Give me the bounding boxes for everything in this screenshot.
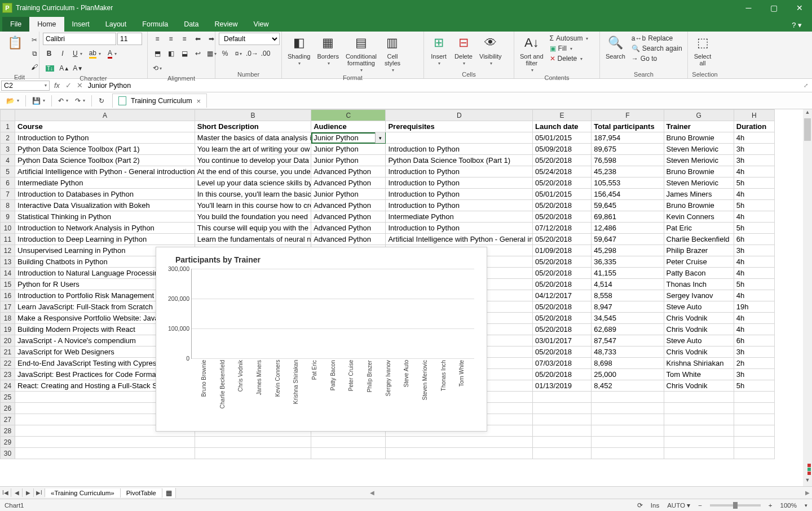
cell[interactable]: Steven Meriovic <box>664 155 734 166</box>
cell[interactable]: In this course, you'll learn the basics <box>195 189 311 200</box>
orientation-button[interactable]: ⟲ <box>151 62 164 74</box>
cell[interactable]: Kevin Conners <box>664 211 734 223</box>
number-format-select[interactable]: Default <box>219 33 280 45</box>
cell[interactable] <box>734 437 774 448</box>
cell[interactable]: Chris Vodnik <box>664 313 734 324</box>
autosum-button[interactable]: ΣAutosum <box>548 34 590 43</box>
cell[interactable]: You'll learn in this course how to cre <box>195 200 311 211</box>
row-header[interactable]: 5 <box>1 166 15 177</box>
zoom-level[interactable]: 100% <box>780 502 797 509</box>
menu-home[interactable]: Home <box>29 17 64 32</box>
row-header[interactable]: 26 <box>1 403 15 414</box>
cell[interactable] <box>664 403 734 414</box>
cell[interactable]: 62,689 <box>592 324 664 335</box>
valign-bottom-button[interactable]: ⬓ <box>178 47 191 60</box>
menu-formula[interactable]: Formula <box>134 17 176 32</box>
cell[interactable]: 03/01/2017 <box>533 335 592 346</box>
cell[interactable]: 05/20/2018 <box>533 200 592 211</box>
minimize-button[interactable]: ─ <box>736 0 761 16</box>
col-header-B[interactable]: B <box>195 110 311 121</box>
cell[interactable] <box>386 132 533 144</box>
replace-button[interactable]: a↔bReplace <box>630 34 684 43</box>
row-header[interactable]: 19 <box>1 324 15 335</box>
col-header-C[interactable]: C <box>311 110 386 121</box>
cell[interactable]: Bruno Brownie <box>664 166 734 177</box>
cell[interactable]: Python Data Science Toolbox (Part 1) <box>386 155 533 166</box>
row-header[interactable]: 18 <box>1 313 15 324</box>
row-header[interactable]: 15 <box>1 279 15 290</box>
align-center-button[interactable]: ≡ <box>165 33 177 45</box>
shading-button[interactable]: ◧Shading <box>285 33 312 67</box>
highlight-button[interactable]: ab <box>86 47 104 60</box>
cell[interactable]: Bruno Brownie <box>664 200 734 211</box>
cell[interactable]: Steven Meriovic <box>664 177 734 189</box>
cell[interactable]: Chris Vodnik <box>664 324 734 335</box>
underline-button[interactable]: U <box>70 47 85 60</box>
cell[interactable]: Interactive Data Visualization with Boke… <box>15 200 195 211</box>
menu-layout[interactable]: Layout <box>98 17 135 32</box>
scroll-down-button[interactable]: ▼ <box>803 477 812 486</box>
cell[interactable]: You build the foundation you need <box>195 211 311 223</box>
cell[interactable] <box>311 448 386 459</box>
cell[interactable] <box>195 448 311 459</box>
copy-button[interactable]: ⧉ <box>28 47 41 60</box>
row-header[interactable]: 10 <box>1 223 15 234</box>
cell[interactable] <box>664 448 734 459</box>
row-header[interactable]: 4 <box>1 155 15 166</box>
row-header[interactable]: 20 <box>1 335 15 346</box>
currency-button[interactable]: ¤ <box>232 47 245 60</box>
cell[interactable] <box>592 414 664 425</box>
row-header[interactable]: 27 <box>1 414 15 425</box>
cell[interactable]: 4h <box>734 256 774 268</box>
cell[interactable] <box>664 414 734 425</box>
borders-button[interactable]: ▦Borders <box>315 33 341 67</box>
cell[interactable]: Introduction to Python <box>386 189 533 200</box>
cell[interactable]: 5h <box>734 200 774 211</box>
cell[interactable]: 69,861 <box>592 211 664 223</box>
cell[interactable]: 3h <box>734 245 774 256</box>
col-header-A[interactable]: A <box>15 110 195 121</box>
cell[interactable]: Introduction to Python <box>386 166 533 177</box>
cell[interactable]: 01/13/2019 <box>533 380 592 392</box>
cell[interactable] <box>195 437 311 448</box>
cell[interactable]: 59,645 <box>592 200 664 211</box>
row-header[interactable]: 2 <box>1 132 15 144</box>
cell[interactable]: Artificial Intelligence with Python - Ge… <box>386 234 533 245</box>
delete-cells-button[interactable]: ⊟Delete <box>452 33 475 67</box>
search-button[interactable]: 🔍Search <box>603 33 628 61</box>
cell[interactable]: Audience <box>311 121 386 132</box>
cell[interactable] <box>15 448 195 459</box>
cell[interactable]: Philip Brazer <box>664 245 734 256</box>
cell[interactable]: Steve Auto <box>664 301 734 313</box>
cell[interactable]: 87,547 <box>592 335 664 346</box>
cell[interactable]: Launch date <box>533 121 592 132</box>
cell[interactable]: Thonas Inch <box>664 279 734 290</box>
col-header-G[interactable]: G <box>664 110 734 121</box>
font-color-button[interactable]: A <box>105 47 120 60</box>
cell[interactable]: 8,698 <box>592 358 664 369</box>
cell[interactable]: 05/09/2018 <box>533 144 592 155</box>
cell[interactable]: 41,155 <box>592 268 664 279</box>
cell[interactable]: Advanced Python <box>311 166 386 177</box>
tab-nav-first[interactable]: I◀ <box>0 488 11 497</box>
select-all-button[interactable]: ⬚Select all <box>691 33 714 68</box>
cell[interactable]: 4h <box>734 211 774 223</box>
align-right-button[interactable]: ≡ <box>178 33 191 45</box>
cell[interactable]: Bruno Brownie <box>664 132 734 144</box>
close-button[interactable]: ✕ <box>787 0 812 16</box>
cell[interactable]: Krishna Shiriakan <box>664 358 734 369</box>
cell[interactable]: 05/20/2018 <box>533 177 592 189</box>
cell[interactable]: 59,647 <box>592 234 664 245</box>
cell[interactable] <box>592 392 664 403</box>
cell[interactable]: This course will equip you with the s <box>195 223 311 234</box>
cell[interactable] <box>533 414 592 425</box>
accept-button[interactable]: ✓ <box>63 81 74 90</box>
cell[interactable]: Total participants <box>592 121 664 132</box>
cell[interactable] <box>533 392 592 403</box>
cell[interactable]: Advanced Python <box>311 177 386 189</box>
cell[interactable]: 8,947 <box>592 301 664 313</box>
cell[interactable] <box>592 403 664 414</box>
menu-file[interactable]: File <box>2 17 29 32</box>
document-tab[interactable]: Training Curriculum × <box>112 94 207 108</box>
cell[interactable]: Steve Auto <box>664 335 734 346</box>
